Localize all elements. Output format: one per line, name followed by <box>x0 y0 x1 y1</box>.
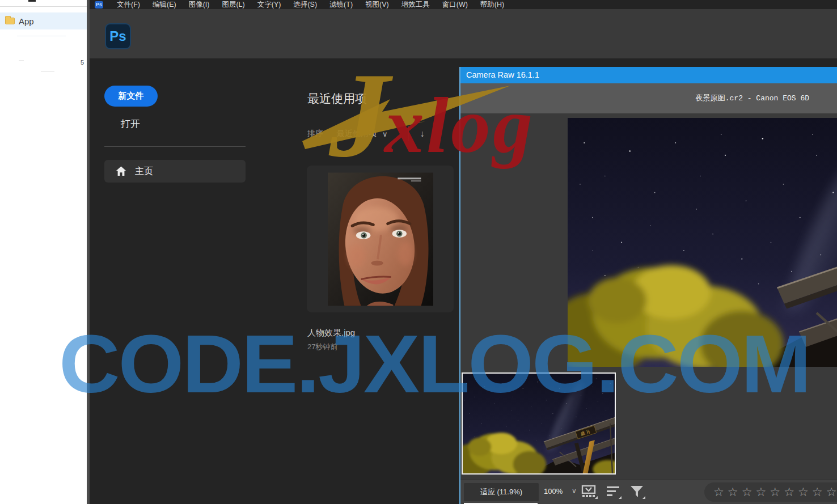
folder-icon <box>5 18 15 24</box>
home-header-strip <box>90 9 837 58</box>
menu-item[interactable]: 视图(V) <box>359 0 395 10</box>
menu-item[interactable]: 选择(S) <box>287 0 323 10</box>
menu-item[interactable]: 文件(F) <box>111 0 146 10</box>
camera-raw-preview[interactable] <box>568 118 837 367</box>
menu-item[interactable]: 帮助(H) <box>474 0 510 10</box>
home-icon <box>116 166 126 176</box>
star-icon[interactable]: ☆ <box>784 485 794 499</box>
zoom-fit-button[interactable]: 适应 (11.9%) <box>464 483 539 501</box>
photoshop-taskbar-icon[interactable]: Ps <box>95 1 103 9</box>
menu-item[interactable]: 窗口(W) <box>436 0 474 10</box>
explorer-faint-line <box>17 36 66 36</box>
chevron-down-icon: ∨ <box>382 130 388 138</box>
sort-divider <box>408 126 409 141</box>
explorer-divider <box>0 6 87 7</box>
zoom-level-button[interactable]: 100% <box>544 487 563 495</box>
star-icon[interactable]: ☆ <box>713 485 724 499</box>
menu-item[interactable]: 编辑(E) <box>146 0 183 10</box>
sort-row: 排序 最近使用项 ∨ ↓ <box>307 126 425 141</box>
zoom-chevron-down-icon[interactable]: ∨ <box>572 487 577 495</box>
star-icon[interactable]: ☆ <box>728 485 738 499</box>
sort-dropdown-value: 最近使用项 <box>337 129 377 139</box>
sort-order-icon[interactable] <box>606 485 622 499</box>
sidebar-divider <box>104 146 246 147</box>
star-icon[interactable]: ☆ <box>798 485 809 499</box>
sort-dropdown[interactable]: 最近使用项 ∨ <box>337 129 388 139</box>
recent-file-name[interactable]: 人物效果.jpg <box>307 328 355 338</box>
explorer-stray-char: 5 <box>81 59 84 66</box>
camera-raw-filename: 夜景原图.cr2 - Canon EOS 6D <box>696 93 809 103</box>
night-photo-thumbnail <box>463 374 615 473</box>
sidebar-item-home-label: 主页 <box>135 166 153 177</box>
menu-item[interactable]: 文字(Y) <box>251 0 288 10</box>
camera-raw-dialog: Camera Raw 16.1.1 夜景原图.cr2 - Canon EOS 6… <box>459 67 837 504</box>
star-icon[interactable]: ☆ <box>812 485 823 499</box>
explorer-item-app[interactable]: App <box>0 12 87 29</box>
camera-raw-titlebar[interactable]: Camera Raw 16.1.1 <box>460 67 837 83</box>
rating-stars: ☆☆☆☆☆☆☆☆☆ <box>704 482 837 502</box>
panel-split-border <box>87 0 90 504</box>
menu-items: 文件(F)编辑(E)图像(I)图层(L)文字(Y)选择(S)滤镜(T)视图(V)… <box>111 0 510 10</box>
explorer-faint-dash <box>41 71 54 72</box>
menu-item[interactable]: 图层(L) <box>215 0 251 10</box>
sort-label: 排序 <box>307 129 323 139</box>
star-icon[interactable]: ☆ <box>826 485 837 499</box>
filmstrip-view-icon[interactable] <box>581 485 598 499</box>
sidebar-item-home[interactable]: 主页 <box>104 160 246 183</box>
new-file-button[interactable]: 新文件 <box>104 86 158 107</box>
file-explorer-panel: App 5 <box>0 0 87 504</box>
star-icon[interactable]: ☆ <box>742 485 753 499</box>
camera-raw-info-bar: 夜景原图.cr2 - Canon EOS 6D <box>460 83 837 113</box>
menu-item[interactable]: 增效工具 <box>395 0 436 10</box>
camera-raw-bottom-bar: 适应 (11.9%) 100% ∨ ☆☆☆☆☆☆☆☆☆ <box>460 480 837 504</box>
menu-bar: Ps 文件(F)编辑(E)图像(I)图层(L)文字(Y)选择(S)滤镜(T)视图… <box>90 0 837 9</box>
recent-files-heading: 最近使用项 <box>307 91 367 107</box>
menu-item[interactable]: 图像(I) <box>183 0 216 10</box>
star-icon[interactable]: ☆ <box>770 485 780 499</box>
recent-file-thumbnail-portrait[interactable] <box>328 172 433 307</box>
star-icon[interactable]: ☆ <box>755 485 766 499</box>
filter-funnel-icon[interactable] <box>629 485 645 499</box>
sort-direction-icon[interactable]: ↓ <box>420 129 425 139</box>
menu-item[interactable]: 滤镜(T) <box>323 0 359 10</box>
filmstrip-thumbnail-selected[interactable] <box>462 372 616 475</box>
photoshop-logo: Ps <box>105 23 131 49</box>
explorer-item-label: App <box>19 16 34 26</box>
explorer-faint-dash <box>19 60 24 61</box>
recent-file-time: 27秒钟前 <box>307 342 337 352</box>
open-button[interactable]: 打开 <box>121 117 140 130</box>
explorer-corner-mark <box>28 0 36 2</box>
night-photo-preview <box>568 118 837 367</box>
